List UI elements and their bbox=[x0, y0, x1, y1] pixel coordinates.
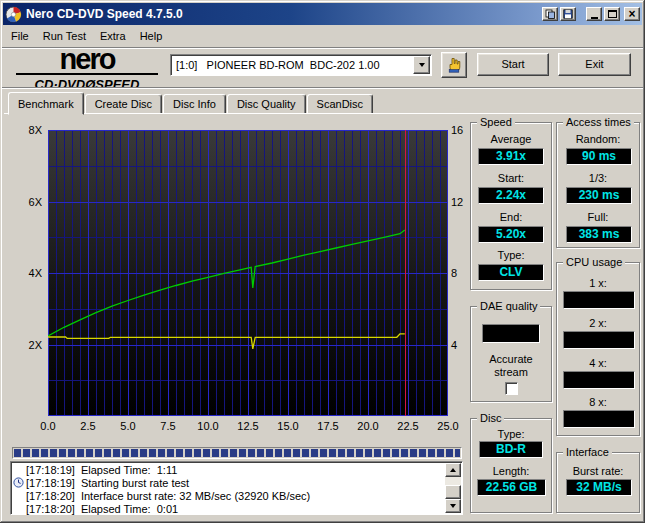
app-window: Nero CD-DVD Speed 4.7.5.0 × File Run Tes… bbox=[0, 0, 645, 523]
cpu-8x-label: 8 x: bbox=[557, 396, 639, 408]
disc-length-label: Length: bbox=[471, 465, 551, 477]
x-tick-label: 15.0 bbox=[277, 420, 298, 432]
speed-panel-title: Speed bbox=[477, 116, 515, 128]
x-tick-label: 20.0 bbox=[357, 420, 378, 432]
menu-item-help[interactable]: Help bbox=[133, 28, 170, 44]
dae-quality-panel: DAE quality Accurate stream bbox=[470, 306, 552, 402]
log-timestamp: [17:18:19] bbox=[26, 464, 75, 476]
drive-select[interactable]: [1:0] PIONEER BD-ROM BDC-202 1.00 bbox=[170, 54, 432, 76]
x-tick-label: 10.0 bbox=[197, 420, 218, 432]
chevron-down-icon bbox=[419, 63, 425, 67]
nero-logo-word: nero bbox=[16, 46, 158, 72]
exit-button[interactable]: Exit bbox=[558, 53, 631, 76]
log-timestamp: [17:18:19] bbox=[26, 477, 75, 489]
eject-button[interactable] bbox=[441, 52, 467, 78]
tab-page-border bbox=[4, 113, 641, 114]
type-label: Type: bbox=[471, 249, 551, 261]
y-right-tick-label: 8 bbox=[451, 267, 457, 279]
close-icon: × bbox=[628, 9, 635, 19]
x-tick-label: 5.0 bbox=[120, 420, 135, 432]
progress-bar bbox=[12, 447, 462, 459]
x-tick-label: 25.0 bbox=[437, 420, 458, 432]
scrollbar-track[interactable] bbox=[445, 477, 461, 485]
cpu-8x-display bbox=[563, 410, 635, 428]
menu-item-extra[interactable]: Extra bbox=[93, 28, 133, 44]
disc-type-display: BD-R bbox=[479, 441, 543, 458]
y-left-tick-label: 8X bbox=[29, 124, 42, 136]
cpu-4x-display bbox=[563, 371, 635, 389]
drive-select-dropdown-button[interactable] bbox=[413, 56, 430, 74]
log-message: Elapsed Time: 0:01 bbox=[81, 503, 178, 515]
full-label: Full: bbox=[557, 211, 639, 223]
access-times-title: Access times bbox=[563, 116, 634, 128]
y-left-tick-label: 4X bbox=[29, 267, 42, 279]
one-third-access-display: 230 ms bbox=[566, 187, 632, 204]
drive-select-value: [1:0] PIONEER BD-ROM BDC-202 1.00 bbox=[171, 59, 413, 71]
log-row[interactable]: [17:18:20] Elapsed Time: 0:01 bbox=[11, 502, 445, 515]
log-row[interactable]: [17:18:19] Elapsed Time: 1:11 bbox=[11, 463, 445, 476]
log-row[interactable]: [17:18:20] Interface burst rate: 32 MB/s… bbox=[11, 489, 445, 502]
random-access-display: 90 ms bbox=[566, 148, 632, 165]
maximize-icon bbox=[608, 10, 617, 18]
clock-icon bbox=[11, 477, 26, 488]
save-button[interactable] bbox=[560, 7, 576, 21]
log-timestamp: [17:18:20] bbox=[26, 503, 75, 515]
disc-panel: Disc Type: BD-R Length: 22.56 GB bbox=[470, 418, 552, 513]
accurate-stream-label-line1: Accurate bbox=[471, 353, 551, 365]
log-row[interactable]: [17:18:19] Starting burst rate test bbox=[11, 476, 445, 489]
log-message: Elapsed Time: 1:11 bbox=[81, 464, 177, 476]
menu-item-file[interactable]: File bbox=[4, 28, 36, 44]
cpu-usage-panel: CPU usage 1 x: 2 x: 4 x: 8 x: bbox=[556, 262, 640, 436]
disc-title: Disc bbox=[477, 412, 504, 424]
accurate-stream-checkbox[interactable] bbox=[505, 382, 518, 395]
tab-scandisc[interactable]: ScanDisc bbox=[307, 94, 373, 114]
average-label: Average bbox=[471, 133, 551, 145]
app-icon bbox=[5, 6, 22, 23]
start-label: Start: bbox=[471, 172, 551, 184]
tab-benchmark[interactable]: Benchmark bbox=[8, 92, 84, 115]
arrow-up-icon bbox=[450, 468, 456, 472]
scrollbar-thumb[interactable] bbox=[445, 485, 461, 499]
y-right-tick-label: 4 bbox=[451, 339, 457, 351]
tab-create-disc[interactable]: Create Disc bbox=[85, 94, 162, 114]
one-third-label: 1/3: bbox=[557, 172, 639, 184]
scroll-up-button[interactable] bbox=[445, 463, 461, 477]
x-tick-label: 2.5 bbox=[80, 420, 95, 432]
save-icon bbox=[563, 9, 573, 19]
burst-rate-label: Burst rate: bbox=[557, 465, 639, 477]
maximize-button[interactable] bbox=[604, 7, 620, 21]
speed-type-display: CLV bbox=[478, 264, 544, 281]
dae-quality-title: DAE quality bbox=[477, 300, 540, 312]
random-label: Random: bbox=[557, 133, 639, 145]
average-speed-display: 3.91x bbox=[478, 148, 544, 165]
interface-panel: Interface Burst rate: 32 MB/s bbox=[556, 452, 640, 513]
minimize-button[interactable] bbox=[586, 7, 602, 21]
menu-item-run-test[interactable]: Run Test bbox=[36, 28, 93, 44]
x-tick-label: 0.0 bbox=[40, 420, 55, 432]
x-tick-label: 17.5 bbox=[317, 420, 338, 432]
cpu-2x-display bbox=[563, 331, 635, 349]
window-title: Nero CD-DVD Speed 4.7.5.0 bbox=[26, 7, 540, 21]
nero-logo: nero CD·DVDØSPEED bbox=[16, 46, 158, 92]
titlebar: Nero CD-DVD Speed 4.7.5.0 × bbox=[3, 3, 642, 25]
close-button[interactable]: × bbox=[624, 7, 640, 21]
benchmark-chart bbox=[48, 130, 448, 416]
interface-title: Interface bbox=[563, 446, 612, 458]
cpu-1x-label: 1 x: bbox=[557, 277, 639, 289]
full-access-display: 383 ms bbox=[566, 226, 632, 243]
clipboard-button[interactable] bbox=[542, 7, 558, 21]
scroll-down-button[interactable] bbox=[445, 499, 461, 513]
log-scrollbar bbox=[445, 463, 461, 513]
tab-disc-info[interactable]: Disc Info bbox=[163, 94, 226, 114]
end-speed-display: 5.20x bbox=[478, 226, 544, 243]
cpu-2x-label: 2 x: bbox=[557, 317, 639, 329]
log-listbox: [17:18:19] Elapsed Time: 1:11 [17:18:19]… bbox=[10, 461, 463, 515]
tab-disc-quality[interactable]: Disc Quality bbox=[227, 94, 306, 114]
nero-logo-sub-left: CD·DVD bbox=[35, 77, 86, 92]
clipboard-icon bbox=[545, 9, 555, 19]
arrow-down-icon bbox=[450, 504, 456, 508]
log-timestamp: [17:18:20] bbox=[26, 490, 75, 502]
nero-logo-sub-right: SPEED bbox=[95, 77, 139, 92]
minimize-icon bbox=[591, 17, 598, 19]
start-button[interactable]: Start bbox=[477, 53, 549, 76]
